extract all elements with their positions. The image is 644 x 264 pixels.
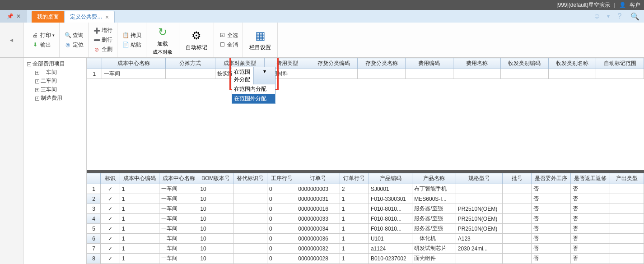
- cell[interactable]: 否: [571, 224, 610, 234]
- cell[interactable]: 0: [267, 244, 296, 254]
- cell[interactable]: 10: [198, 204, 233, 214]
- cell[interactable]: 一车间: [159, 244, 198, 254]
- cell[interactable]: A123: [456, 234, 502, 244]
- cell[interactable]: 否: [532, 204, 571, 214]
- cell[interactable]: 1: [120, 214, 159, 224]
- cell[interactable]: [503, 224, 532, 234]
- cell-rcvname[interactable]: [548, 69, 596, 79]
- cell[interactable]: [610, 194, 644, 204]
- paste-button[interactable]: 📄粘贴: [120, 40, 143, 50]
- column-header[interactable]: 标识: [101, 173, 120, 184]
- cell[interactable]: 1: [120, 204, 159, 214]
- tab-home[interactable]: 我的桌面: [32, 11, 64, 23]
- column-header[interactable]: 产出类型: [610, 173, 644, 184]
- cell[interactable]: F010-8010...: [369, 224, 412, 234]
- cell[interactable]: F010-8010...: [369, 204, 412, 214]
- tab-close-icon[interactable]: ×: [105, 14, 109, 20]
- cell[interactable]: 否: [571, 204, 610, 214]
- cell[interactable]: 1: [340, 224, 369, 234]
- cell[interactable]: [503, 244, 532, 254]
- column-header[interactable]: 费用名称: [453, 58, 501, 69]
- cell-rcvcode[interactable]: [501, 69, 549, 79]
- cell[interactable]: 10: [198, 244, 233, 254]
- cell-feecode[interactable]: [406, 69, 453, 79]
- user-icon[interactable]: 👤: [619, 1, 626, 9]
- column-header[interactable]: 存货分类名称: [358, 58, 406, 69]
- cell[interactable]: 一车间: [159, 214, 198, 224]
- cell[interactable]: [610, 204, 644, 214]
- mark-cell[interactable]: ✓: [101, 184, 120, 194]
- delrow-button[interactable]: ➖删行: [91, 35, 114, 45]
- automark-button[interactable]: ⚙ 自动标记: [182, 23, 211, 57]
- cell[interactable]: PR2510N(OEM): [456, 214, 502, 224]
- tree-item[interactable]: +三车间: [33, 85, 84, 94]
- cell[interactable]: [233, 244, 267, 254]
- cell[interactable]: 10: [198, 194, 233, 204]
- cell[interactable]: [503, 234, 532, 244]
- column-header[interactable]: 存货分类编码: [310, 58, 358, 69]
- cell[interactable]: [456, 184, 502, 194]
- column-header[interactable]: 是否返工返修: [571, 173, 610, 184]
- table-row[interactable]: 4✓1一车间10000000000331F010-8010...服务器/至强PR…: [87, 214, 644, 224]
- cell[interactable]: [610, 254, 644, 264]
- chevron-down-icon[interactable]: ▾: [253, 67, 275, 84]
- column-header[interactable]: 批号: [503, 173, 532, 184]
- cell[interactable]: 一车间: [159, 224, 198, 234]
- expander-icon[interactable]: +: [35, 71, 39, 75]
- cell[interactable]: 服务器/至强: [412, 204, 456, 214]
- cell[interactable]: 面壳组件: [412, 254, 456, 264]
- cell[interactable]: 2030 24mi...: [456, 244, 502, 254]
- cell[interactable]: [503, 204, 532, 214]
- cell[interactable]: [610, 244, 644, 254]
- column-header[interactable]: 订单行号: [340, 173, 369, 184]
- addrow-button[interactable]: ➕增行: [91, 26, 114, 35]
- colsetting-button[interactable]: ▦ 栏目设置: [246, 23, 275, 57]
- export-button[interactable]: ⬇输出: [30, 40, 56, 50]
- cell[interactable]: 一车间: [159, 254, 198, 264]
- cell[interactable]: 0: [267, 214, 296, 224]
- column-header[interactable]: 替代标识号: [233, 173, 267, 184]
- cell[interactable]: [233, 214, 267, 224]
- cell[interactable]: 0000000016: [296, 204, 340, 214]
- cell[interactable]: 否: [532, 224, 571, 234]
- cell-autorange[interactable]: [596, 69, 644, 79]
- cell[interactable]: [233, 234, 267, 244]
- cell[interactable]: 否: [571, 214, 610, 224]
- expander-icon[interactable]: +: [35, 79, 39, 83]
- cell[interactable]: 0000000031: [296, 194, 340, 204]
- column-header[interactable]: 费用编码: [406, 58, 453, 69]
- cell[interactable]: [456, 254, 502, 264]
- search-icon[interactable]: 🔍: [630, 11, 640, 22]
- column-header[interactable]: 成本中心名称: [102, 58, 165, 69]
- column-header[interactable]: 规格型号: [456, 173, 502, 184]
- help-icon[interactable]: ?: [614, 11, 625, 22]
- column-header[interactable]: 成本中心名称: [159, 173, 198, 184]
- cell[interactable]: 否: [571, 254, 610, 264]
- column-header[interactable]: 订单号: [296, 173, 340, 184]
- cell[interactable]: 1: [340, 234, 369, 244]
- upper-row[interactable]: 1 一车间 按实际核算对象 共用材料: [87, 69, 644, 79]
- column-header[interactable]: 自动标记范围: [596, 58, 644, 69]
- column-header[interactable]: 收发类别名称: [548, 58, 596, 69]
- delall-button[interactable]: ⊘全删: [91, 45, 114, 54]
- cell[interactable]: [503, 184, 532, 194]
- cell[interactable]: [503, 214, 532, 224]
- cell[interactable]: 否: [532, 194, 571, 204]
- column-header[interactable]: 是否委外工序: [532, 173, 571, 184]
- smiley-icon[interactable]: ☺: [592, 11, 602, 22]
- tab-active[interactable]: 定义公共费… ×: [64, 11, 115, 23]
- cell-invcode[interactable]: [310, 69, 358, 79]
- cell[interactable]: 否: [532, 254, 571, 264]
- cell[interactable]: 1: [120, 254, 159, 264]
- cell[interactable]: 一车间: [159, 184, 198, 194]
- cell[interactable]: 服务器/至强: [412, 224, 456, 234]
- cell[interactable]: 1: [340, 244, 369, 254]
- cell[interactable]: 10: [198, 214, 233, 224]
- deselectall-button[interactable]: ☐全消: [217, 40, 240, 50]
- table-row[interactable]: 2✓1一车间10000000000311F010-3300301MES600S-…: [87, 194, 644, 204]
- cell[interactable]: [610, 234, 644, 244]
- selectall-button[interactable]: ☑全选: [217, 31, 240, 40]
- cell[interactable]: [610, 214, 644, 224]
- mark-cell[interactable]: ✓: [101, 194, 120, 204]
- cell[interactable]: 一体化机: [412, 234, 456, 244]
